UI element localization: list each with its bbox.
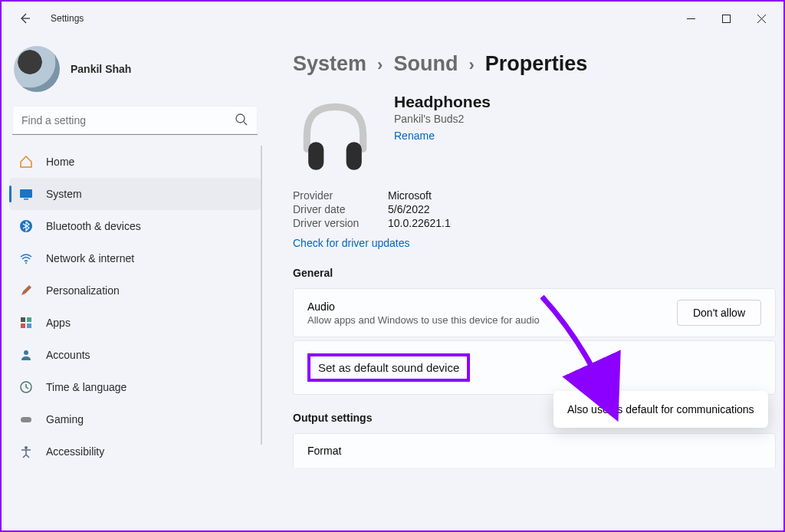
chevron-right-icon: › xyxy=(468,55,474,75)
user-name: Pankil Shah xyxy=(71,63,131,75)
svg-rect-7 xyxy=(27,317,31,322)
maximize-button[interactable] xyxy=(708,6,744,31)
svg-rect-12 xyxy=(21,417,31,422)
svg-point-13 xyxy=(25,446,28,449)
main-content: System › Sound › Properties Headphones P… xyxy=(268,35,783,530)
svg-point-5 xyxy=(25,262,27,264)
driver-date-value: 5/6/2022 xyxy=(388,203,430,215)
general-heading: General xyxy=(293,267,776,279)
check-updates-link[interactable]: Check for driver updates xyxy=(293,237,410,249)
sidebar-item-label: Accessibility xyxy=(46,445,104,458)
breadcrumb-properties: Properties xyxy=(485,52,588,76)
sidebar-item-apps[interactable]: Apps xyxy=(9,307,261,339)
format-card[interactable]: Format xyxy=(293,433,776,468)
chevron-right-icon: › xyxy=(377,55,383,75)
sidebar-item-home[interactable]: Home xyxy=(9,146,261,178)
set-default-label: Set as default sound device xyxy=(307,353,470,382)
sidebar-item-time[interactable]: Time & language xyxy=(9,371,261,403)
brush-icon xyxy=(18,283,34,298)
sidebar-item-label: Bluetooth & devices xyxy=(46,220,141,232)
sidebar: Pankil Shah Home System Bluetooth & devi… xyxy=(2,35,268,530)
svg-rect-0 xyxy=(722,15,730,22)
back-button[interactable] xyxy=(11,5,38,32)
sidebar-item-label: Home xyxy=(46,156,74,168)
user-account[interactable]: Pankil Shah xyxy=(9,41,261,106)
annotation-arrow-icon xyxy=(519,293,642,423)
rename-link[interactable]: Rename xyxy=(394,130,491,142)
gamepad-icon xyxy=(18,412,34,427)
svg-rect-8 xyxy=(21,323,25,328)
driver-version-label: Driver version xyxy=(293,217,385,229)
sidebar-item-label: System xyxy=(46,188,82,200)
svg-rect-6 xyxy=(21,317,25,322)
nav: Home System Bluetooth & devices Network … xyxy=(9,146,261,468)
bluetooth-icon xyxy=(18,218,34,234)
svg-point-10 xyxy=(24,350,28,355)
audio-label: Audio xyxy=(307,300,540,313)
app-title: Settings xyxy=(51,13,84,24)
headphones-icon xyxy=(293,93,377,180)
device-meta: Provider Microsoft Driver date 5/6/2022 … xyxy=(293,189,776,229)
sidebar-item-gaming[interactable]: Gaming xyxy=(9,403,261,435)
apps-icon xyxy=(18,315,34,330)
sidebar-item-bluetooth[interactable]: Bluetooth & devices xyxy=(9,210,261,242)
sidebar-item-label: Apps xyxy=(46,317,71,329)
search-container xyxy=(12,106,258,135)
sidebar-item-label: Personalization xyxy=(46,284,120,297)
close-button[interactable] xyxy=(744,6,779,31)
device-subtitle: Pankil's Buds2 xyxy=(394,113,491,125)
minimize-button[interactable] xyxy=(673,6,708,31)
search-icon xyxy=(235,113,248,130)
svg-rect-15 xyxy=(347,142,362,170)
driver-version-value: 10.0.22621.1 xyxy=(388,217,451,229)
svg-rect-9 xyxy=(27,323,31,328)
sidebar-item-personalization[interactable]: Personalization xyxy=(9,274,261,307)
audio-desc: Allow apps and Windows to use this devic… xyxy=(307,314,540,326)
sidebar-item-accounts[interactable]: Accounts xyxy=(9,339,261,371)
clock-icon xyxy=(18,379,34,395)
avatar xyxy=(14,46,60,92)
breadcrumb: System › Sound › Properties xyxy=(293,52,776,76)
provider-value: Microsoft xyxy=(388,189,432,202)
svg-point-1 xyxy=(236,114,245,123)
driver-date-label: Driver date xyxy=(293,203,385,215)
home-icon xyxy=(18,154,34,169)
sidebar-item-network[interactable]: Network & internet xyxy=(9,242,261,274)
sidebar-item-accessibility[interactable]: Accessibility xyxy=(9,435,261,468)
search-input[interactable] xyxy=(12,106,258,135)
system-icon xyxy=(18,186,34,202)
sidebar-item-system[interactable]: System xyxy=(9,178,261,210)
sidebar-item-label: Time & language xyxy=(46,381,126,393)
breadcrumb-system[interactable]: System xyxy=(293,52,366,76)
person-icon xyxy=(18,347,34,363)
format-label: Format xyxy=(307,445,341,457)
breadcrumb-sound[interactable]: Sound xyxy=(393,52,458,76)
wifi-icon xyxy=(18,251,34,266)
nav-divider xyxy=(261,146,262,445)
svg-rect-2 xyxy=(20,189,32,198)
svg-rect-3 xyxy=(24,199,28,200)
sidebar-item-label: Network & internet xyxy=(46,252,134,264)
device-title: Headphones xyxy=(394,93,491,111)
accessibility-icon xyxy=(18,444,34,459)
dont-allow-button[interactable]: Don't allow xyxy=(677,300,761,326)
sidebar-item-label: Gaming xyxy=(46,413,84,425)
sidebar-item-label: Accounts xyxy=(46,349,90,361)
svg-rect-14 xyxy=(308,142,324,170)
provider-label: Provider xyxy=(293,189,385,202)
